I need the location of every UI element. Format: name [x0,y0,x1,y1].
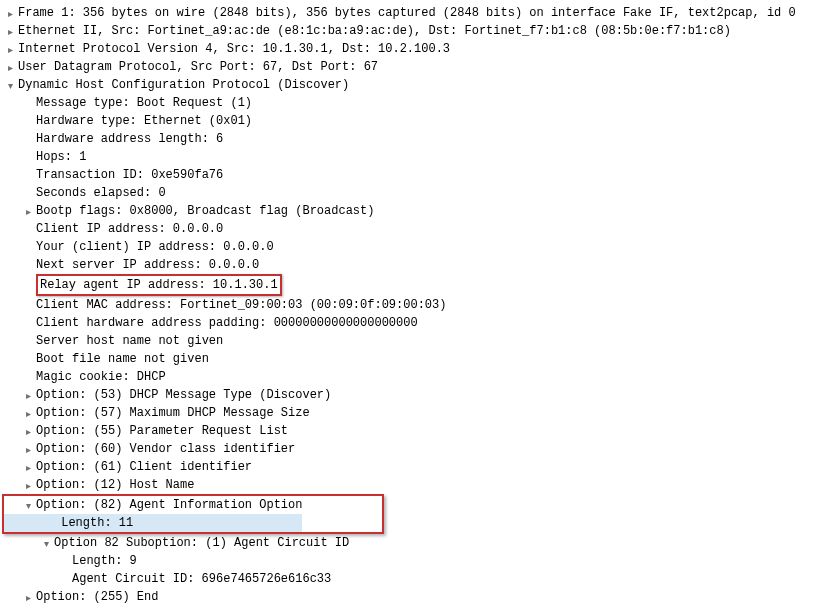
chevron-right-icon[interactable]: ▸ [22,204,34,219]
option82-length-text: Length: 11 [61,516,133,530]
seconds-elapsed-row[interactable]: Seconds elapsed: 0 [4,184,834,202]
option82-sub-row[interactable]: ▾ Option 82 Suboption: (1) Agent Circuit… [4,534,834,552]
frame-row[interactable]: ▸ Frame 1: 356 bytes on wire (2848 bits)… [4,4,834,22]
chevron-right-icon[interactable]: ▸ [22,590,34,605]
chevron-right-icon[interactable]: ▸ [22,460,34,475]
bootp-flags-row[interactable]: ▸ Bootp flags: 0x8000, Broadcast flag (B… [4,202,834,220]
client-mac-row[interactable]: Client MAC address: Fortinet_09:00:03 (0… [4,296,834,314]
hops-text: Hops: 1 [36,148,86,166]
message-type-row[interactable]: Message type: Boot Request (1) [4,94,834,112]
option82-row[interactable]: ▾ Option: (82) Agent Information Option [4,496,302,514]
relay-agent-text: Relay agent IP address: 10.1.30.1 [40,278,278,292]
option82-sub-length-row[interactable]: Length: 9 [4,552,834,570]
transaction-id-row[interactable]: Transaction ID: 0xe590fa76 [4,166,834,184]
option61-row[interactable]: ▸ Option: (61) Client identifier [4,458,834,476]
chevron-down-icon[interactable]: ▾ [22,498,34,513]
option82-text: Option: (82) Agent Information Option [36,496,302,514]
chevron-right-icon[interactable]: ▸ [22,388,34,403]
option255-row[interactable]: ▸ Option: (255) End [4,588,834,606]
client-hw-padding-row[interactable]: Client hardware address padding: 0000000… [4,314,834,332]
dhcp-row[interactable]: ▾ Dynamic Host Configuration Protocol (D… [4,76,834,94]
frame-text: Frame 1: 356 bytes on wire (2848 bits), … [18,4,796,22]
option57-text: Option: (57) Maximum DHCP Message Size [36,404,310,422]
your-ip-row[interactable]: Your (client) IP address: 0.0.0.0 [4,238,834,256]
chevron-down-icon[interactable]: ▾ [4,78,16,93]
option53-text: Option: (53) DHCP Message Type (Discover… [36,386,331,404]
chevron-right-icon[interactable]: ▸ [22,478,34,493]
option82-sub-text: Option 82 Suboption: (1) Agent Circuit I… [54,534,349,552]
option82-sub-length-text: Length: 9 [72,552,137,570]
next-server-row[interactable]: Next server IP address: 0.0.0.0 [4,256,834,274]
client-hw-padding-text: Client hardware address padding: 0000000… [36,314,418,332]
option255-text: Option: (255) End [36,588,158,606]
magic-cookie-row[interactable]: Magic cookie: DHCP [4,368,834,386]
next-server-text: Next server IP address: 0.0.0.0 [36,256,259,274]
chevron-right-icon[interactable]: ▸ [22,424,34,439]
chevron-right-icon[interactable]: ▸ [4,42,16,57]
option60-row[interactable]: ▸ Option: (60) Vendor class identifier [4,440,834,458]
client-ip-row[interactable]: Client IP address: 0.0.0.0 [4,220,834,238]
option53-row[interactable]: ▸ Option: (53) DHCP Message Type (Discov… [4,386,834,404]
option61-text: Option: (61) Client identifier [36,458,252,476]
option60-text: Option: (60) Vendor class identifier [36,440,295,458]
option55-text: Option: (55) Parameter Request List [36,422,288,440]
option82-sub-id-row[interactable]: Agent Circuit ID: 696e7465726e616c33 [4,570,834,588]
ip-text: Internet Protocol Version 4, Src: 10.1.3… [18,40,450,58]
relay-agent-highlight: Relay agent IP address: 10.1.30.1 [36,274,282,296]
ethernet-text: Ethernet II, Src: Fortinet_a9:ac:de (e8:… [18,22,731,40]
your-ip-text: Your (client) IP address: 0.0.0.0 [36,238,274,256]
client-mac-text: Client MAC address: Fortinet_09:00:03 (0… [36,296,446,314]
chevron-right-icon[interactable]: ▸ [4,6,16,21]
udp-row[interactable]: ▸ User Datagram Protocol, Src Port: 67, … [4,58,834,76]
boot-file-row[interactable]: Boot file name not given [4,350,834,368]
client-ip-text: Client IP address: 0.0.0.0 [36,220,223,238]
server-host-text: Server host name not given [36,332,223,350]
option82-length-row[interactable]: Length: 11 [4,514,302,532]
chevron-right-icon[interactable]: ▸ [4,24,16,39]
option12-text: Option: (12) Host Name [36,476,194,494]
hops-row[interactable]: Hops: 1 [4,148,834,166]
chevron-right-icon[interactable]: ▸ [22,406,34,421]
chevron-right-icon[interactable]: ▸ [22,442,34,457]
hardware-type-text: Hardware type: Ethernet (0x01) [36,112,252,130]
hardware-type-row[interactable]: Hardware type: Ethernet (0x01) [4,112,834,130]
chevron-right-icon[interactable]: ▸ [4,60,16,75]
chevron-down-icon[interactable]: ▾ [40,536,52,551]
ethernet-row[interactable]: ▸ Ethernet II, Src: Fortinet_a9:ac:de (e… [4,22,834,40]
message-type-text: Message type: Boot Request (1) [36,94,252,112]
transaction-id-text: Transaction ID: 0xe590fa76 [36,166,223,184]
seconds-elapsed-text: Seconds elapsed: 0 [36,184,166,202]
option55-row[interactable]: ▸ Option: (55) Parameter Request List [4,422,834,440]
dhcp-text: Dynamic Host Configuration Protocol (Dis… [18,76,349,94]
option82-sub-id-text: Agent Circuit ID: 696e7465726e616c33 [72,570,331,588]
option57-row[interactable]: ▸ Option: (57) Maximum DHCP Message Size [4,404,834,422]
magic-cookie-text: Magic cookie: DHCP [36,368,166,386]
option82-highlight-group: ▾ Option: (82) Agent Information Option … [2,494,384,534]
server-host-row[interactable]: Server host name not given [4,332,834,350]
option12-row[interactable]: ▸ Option: (12) Host Name [4,476,834,494]
boot-file-text: Boot file name not given [36,350,209,368]
relay-agent-row[interactable]: Relay agent IP address: 10.1.30.1 [4,274,834,296]
hardware-addr-len-text: Hardware address length: 6 [36,130,223,148]
ip-row[interactable]: ▸ Internet Protocol Version 4, Src: 10.1… [4,40,834,58]
hardware-addr-len-row[interactable]: Hardware address length: 6 [4,130,834,148]
udp-text: User Datagram Protocol, Src Port: 67, Ds… [18,58,378,76]
bootp-flags-text: Bootp flags: 0x8000, Broadcast flag (Bro… [36,202,374,220]
